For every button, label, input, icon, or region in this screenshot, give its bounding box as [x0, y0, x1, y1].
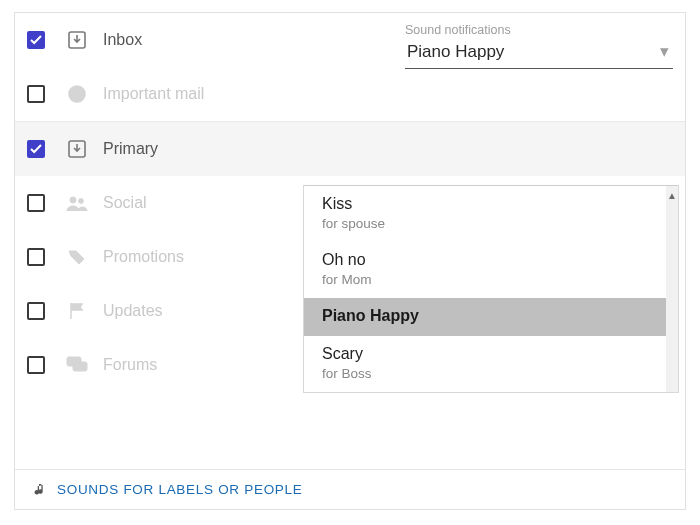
row-label: Updates [103, 302, 163, 320]
menu-item[interactable]: Oh no for Mom [304, 242, 678, 298]
checkbox-social[interactable] [27, 194, 45, 212]
menu-item-name: Scary [322, 345, 660, 363]
checkbox-inbox[interactable] [27, 31, 45, 49]
row-important[interactable]: Important mail [15, 67, 685, 121]
inbox-download-icon [65, 30, 89, 50]
menu-item-sub: for spouse [322, 216, 660, 231]
info-circle-icon [65, 84, 89, 104]
row-label: Social [103, 194, 147, 212]
sounds-for-labels-link[interactable]: Sounds for labels or people [57, 482, 302, 497]
row-label: Primary [103, 140, 158, 158]
row-label: Forums [103, 356, 157, 374]
menu-item-name: Kiss [322, 195, 660, 213]
svg-point-2 [76, 89, 78, 91]
svg-rect-3 [76, 93, 78, 99]
row-label: Promotions [103, 248, 184, 266]
music-note-icon [33, 483, 47, 497]
row-label: Inbox [103, 31, 142, 49]
menu-item[interactable]: Piano Happy [304, 298, 678, 336]
checkbox-primary[interactable] [27, 140, 45, 158]
svg-rect-9 [73, 362, 87, 371]
menu-item[interactable]: Scary for Boss [304, 336, 678, 392]
row-label: Important mail [103, 85, 204, 103]
flag-icon [65, 301, 89, 321]
checkbox-promotions[interactable] [27, 248, 45, 266]
tag-icon [65, 247, 89, 267]
footer: Sounds for labels or people [15, 469, 685, 509]
row-primary[interactable]: Primary [15, 122, 685, 176]
menu-item[interactable]: Kiss for spouse [304, 186, 678, 242]
checkbox-updates[interactable] [27, 302, 45, 320]
inbox-download-icon [65, 139, 89, 159]
svg-point-6 [79, 199, 84, 204]
checkbox-important[interactable] [27, 85, 45, 103]
menu-item-sub: for Mom [322, 272, 660, 287]
menu-item-name: Oh no [322, 251, 660, 269]
scrollbar[interactable]: ▲ [666, 186, 678, 392]
scroll-up-arrow-icon: ▲ [667, 190, 677, 201]
chat-icon [65, 356, 89, 374]
menu-item-sub: for Boss [322, 366, 660, 381]
menu-item-name: Piano Happy [322, 307, 660, 325]
people-icon [65, 194, 89, 212]
checkbox-forums[interactable] [27, 356, 45, 374]
sound-menu: Kiss for spouse Oh no for Mom Piano Happ… [303, 185, 679, 393]
row-inbox[interactable]: Inbox [15, 13, 685, 67]
svg-point-7 [72, 254, 75, 257]
svg-point-5 [70, 197, 76, 203]
